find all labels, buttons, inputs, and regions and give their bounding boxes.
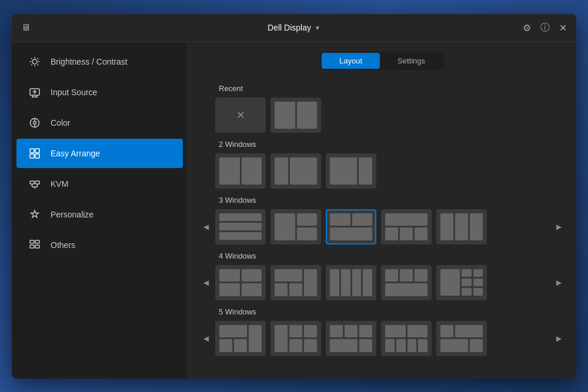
section-title-recent: Recent — [219, 84, 564, 93]
cell — [330, 227, 372, 240]
cell — [385, 227, 398, 240]
layout-thumb-2c[interactable] — [326, 153, 376, 189]
layout-thumb-2b[interactable] — [270, 153, 321, 189]
cell — [330, 325, 343, 338]
cell — [385, 339, 395, 352]
sidebar-item-brightness[interactable]: Brightness / Contrast — [16, 47, 183, 76]
others-icon — [28, 239, 41, 252]
layout-thumb-3e[interactable] — [436, 209, 487, 244]
5windows-prev-arrow[interactable]: ◀ — [200, 333, 212, 344]
main-content: Layout Settings Recent ✕ — [188, 42, 576, 378]
cell — [219, 283, 240, 296]
cell — [289, 325, 302, 338]
svg-rect-23 — [35, 181, 39, 184]
4windows-next-arrow[interactable]: ▶ — [553, 277, 564, 289]
5windows-items — [215, 321, 549, 356]
2windows-row — [200, 153, 564, 189]
section-title-4windows: 4 Windows — [219, 252, 564, 260]
cell — [341, 269, 350, 296]
layout-thumb-3c[interactable] — [326, 209, 376, 244]
cell — [359, 158, 372, 185]
cell — [473, 279, 483, 286]
layout-thumb-2a[interactable] — [215, 153, 266, 189]
layout-thumb-4e[interactable] — [436, 265, 487, 300]
sidebar-label-personalize: Personalize — [51, 210, 93, 219]
cell — [418, 339, 427, 352]
layout-thumb-4a[interactable] — [215, 265, 266, 300]
layout-thumb-3a[interactable] — [215, 209, 266, 244]
4windows-prev-arrow[interactable]: ◀ — [200, 277, 212, 289]
layout-thumb-5e[interactable] — [436, 321, 487, 356]
cell — [440, 325, 453, 338]
section-title-3windows: 3 Windows — [219, 196, 564, 205]
layout-thumb-r1[interactable]: ✕ — [215, 98, 266, 133]
cell — [234, 339, 247, 352]
svg-rect-30 — [30, 245, 34, 248]
layout-scroll-area[interactable]: Recent ✕ — [188, 77, 576, 378]
cell — [400, 227, 413, 240]
cell — [275, 102, 295, 129]
layout-thumb-4b[interactable] — [270, 265, 321, 300]
sidebar-item-kvm[interactable]: KVM — [16, 169, 183, 199]
svg-line-6 — [38, 64, 38, 65]
2windows-items — [215, 153, 564, 189]
cell — [440, 269, 460, 296]
cell — [297, 102, 318, 129]
cell — [330, 339, 358, 352]
layout-thumb-4c[interactable] — [326, 265, 376, 300]
cell — [219, 232, 262, 240]
help-icon[interactable]: ⓘ — [540, 22, 550, 34]
sidebar-item-easy-arrange[interactable]: Easy Arrange — [16, 139, 183, 168]
cell — [345, 325, 358, 338]
layout-thumb-5b[interactable] — [270, 321, 321, 356]
svg-rect-21 — [35, 154, 39, 158]
cell — [385, 213, 427, 226]
cell — [359, 325, 372, 338]
settings-icon[interactable]: ⚙ — [523, 22, 531, 33]
cell — [473, 288, 483, 296]
cell — [473, 269, 483, 277]
svg-rect-22 — [30, 181, 34, 184]
personalize-icon — [28, 208, 41, 221]
cell — [275, 325, 288, 352]
layout-thumb-r2[interactable] — [270, 98, 321, 133]
dropdown-arrow-icon[interactable]: ▼ — [315, 25, 320, 31]
cell — [407, 339, 417, 352]
x-placeholder-icon: ✕ — [236, 109, 245, 122]
svg-rect-28 — [30, 240, 34, 243]
color-icon — [28, 116, 41, 129]
brightness-icon — [28, 55, 41, 68]
cell — [219, 339, 232, 352]
cell — [352, 269, 362, 296]
layout-thumb-3d[interactable] — [381, 209, 432, 244]
easy-arrange-icon — [28, 147, 41, 160]
sidebar-label-easy-arrange: Easy Arrange — [51, 149, 100, 158]
cell — [470, 213, 483, 240]
sidebar-label-color: Color — [51, 118, 70, 128]
layout-thumb-4d[interactable] — [381, 265, 432, 300]
close-icon[interactable]: ✕ — [559, 22, 567, 33]
5windows-next-arrow[interactable]: ▶ — [553, 333, 564, 344]
svg-rect-19 — [35, 149, 39, 153]
3windows-next-arrow[interactable]: ▶ — [553, 221, 564, 233]
cell — [385, 269, 398, 282]
layout-thumb-3b[interactable] — [270, 209, 321, 244]
cell — [275, 283, 288, 296]
app-icon: 🖥 — [21, 22, 31, 33]
cell — [242, 158, 262, 185]
svg-line-5 — [31, 58, 32, 59]
cell — [455, 213, 468, 240]
cell — [219, 325, 247, 338]
sidebar-item-input[interactable]: Input Source — [16, 78, 183, 107]
title-bar-left: 🖥 — [21, 22, 31, 33]
3windows-prev-arrow[interactable]: ◀ — [200, 221, 212, 233]
sidebar-item-personalize[interactable]: Personalize — [16, 200, 183, 229]
tab-layout[interactable]: Layout — [322, 53, 380, 69]
layout-thumb-5a[interactable] — [215, 321, 266, 356]
sidebar-item-others[interactable]: Others — [16, 230, 183, 260]
sidebar-item-color[interactable]: Color — [16, 108, 183, 138]
layout-thumb-5c[interactable] — [326, 321, 376, 356]
tab-settings[interactable]: Settings — [380, 53, 443, 69]
title-bar-right: ⚙ ⓘ ✕ — [523, 22, 567, 34]
layout-thumb-5d[interactable] — [381, 321, 432, 356]
